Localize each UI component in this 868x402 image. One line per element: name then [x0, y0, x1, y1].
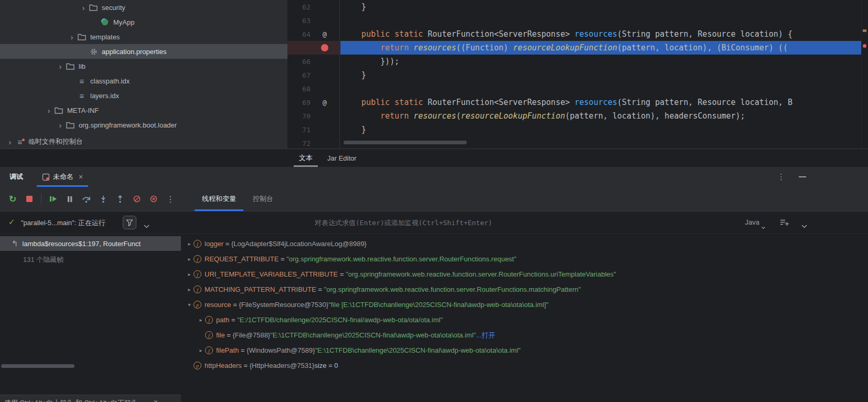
close-icon[interactable]: × — [154, 398, 158, 402]
tab-threads-variables[interactable]: 线程和变量 — [194, 187, 244, 211]
tree-item[interactable]: MyApp — [0, 15, 287, 29]
chevron-right-icon[interactable]: ▸ — [185, 241, 194, 247]
gutter-row[interactable]: 64@ — [287, 27, 339, 41]
code-line-65[interactable]: return resources((Function) resourceLook… — [340, 41, 861, 55]
more-options-icon[interactable]: ⋮ — [777, 167, 785, 187]
stripe-warning-mark[interactable] — [863, 29, 866, 32]
tree-item[interactable]: ›security — [0, 0, 287, 15]
rerun-icon[interactable]: ↻ — [7, 194, 18, 204]
tree-item[interactable]: application.properties — [0, 44, 287, 59]
expression-input[interactable]: 对表达式求值(Enter)或添加监视(Ctrl+Shift+Enter) — [315, 218, 492, 228]
filter-button[interactable] — [123, 216, 136, 229]
variable-row-filePath[interactable]: ▸ffilePath = {WindowsPath@7589} "E:\1CTF… — [181, 343, 868, 358]
tree-item[interactable]: ≡layers.idx — [0, 88, 287, 103]
variable-row-REQUEST_ATTRIBUTE[interactable]: ▸fREQUEST_ATTRIBUTE = "org.springframewo… — [181, 251, 868, 267]
tab-label: 文本 — [299, 153, 313, 163]
tab-console[interactable]: 控制台 — [244, 187, 282, 211]
gutter-row[interactable]: 63 — [287, 14, 339, 27]
variable-row-file[interactable]: ffile = {File@7588} "E:\1CTFDB\chanlleng… — [181, 327, 868, 343]
variable-row-URI_TEMPLATE_VARIABLES_ATTRIBUTE[interactable]: ▸fURI_TEMPLATE_VARIABLES_ATTRIBUTE = "or… — [181, 267, 868, 282]
mute-breakpoints-icon[interactable] — [132, 194, 142, 204]
variable-row-MATCHING_PATTERN_ATTRIBUTE[interactable]: ▸fMATCHING_PATTERN_ATTRIBUTE = "org.spri… — [181, 282, 868, 297]
frames-horizontal-scrollbar[interactable] — [1, 364, 74, 368]
code-line-66[interactable]: })); — [340, 55, 861, 68]
chevron-right-icon[interactable]: ▸ — [185, 271, 194, 277]
chevron-right-icon[interactable]: › — [67, 33, 77, 41]
code-line-67[interactable]: } — [340, 68, 861, 82]
horizontal-scrollbar[interactable] — [344, 141, 467, 144]
gutter-row[interactable]: 67 — [287, 68, 339, 82]
folder-icon — [65, 62, 76, 70]
step-over-icon[interactable] — [81, 194, 92, 204]
variable-row-logger[interactable]: ▸flogger = {LogAdapter$Slf4jLocationAwar… — [181, 236, 868, 251]
chevron-down-icon[interactable] — [144, 221, 149, 230]
language-label[interactable]: Java — [745, 218, 759, 226]
code-line-68[interactable] — [340, 82, 861, 96]
variable-row-resource[interactable]: ▾presource = {FileSystemResource@7530} "… — [181, 297, 868, 312]
code-line-71[interactable]: } — [340, 123, 861, 136]
resume-icon[interactable] — [48, 194, 58, 204]
chevron-right-icon[interactable]: ▸ — [185, 256, 194, 262]
tree-item[interactable]: ›lib — [0, 59, 287, 73]
field-icon: f — [205, 331, 213, 339]
more-options-icon[interactable]: ⋮ — [165, 194, 176, 204]
code-line-62[interactable]: } — [340, 0, 861, 14]
error-stripe[interactable] — [861, 0, 868, 149]
gutter-row[interactable]: 72 — [287, 136, 339, 149]
code-line-70[interactable]: return resources(resourceLookupFunction(… — [340, 109, 861, 123]
gutter-row[interactable]: 62 — [287, 0, 339, 14]
tree-item[interactable]: ›META-INF — [0, 103, 287, 118]
remove-breakpoints-icon[interactable] — [148, 194, 159, 204]
stop-icon[interactable] — [24, 194, 35, 204]
pause-icon[interactable] — [65, 194, 75, 204]
close-icon[interactable]: × — [79, 173, 83, 181]
minimize-icon[interactable] — [799, 176, 806, 177]
variable-row-path[interactable]: ▸fpath = "E:/1CTFDB/chanllenge/2025CISCN… — [181, 312, 868, 327]
step-into-icon[interactable] — [98, 194, 109, 204]
variable-row-httpHeaders[interactable]: phttpHeaders = {HttpHeaders@7531} size =… — [181, 358, 868, 373]
chevron-right-icon[interactable]: ▸ — [197, 317, 205, 323]
chevron-right-icon[interactable]: › — [56, 121, 65, 129]
chevron-right-icon[interactable]: › — [79, 4, 88, 12]
tree-item[interactable]: ›templates — [0, 29, 287, 44]
variable-value: "E:/1CTFDB/chanllenge/2025CISCN-final/aw… — [237, 316, 443, 324]
chevron-down-icon[interactable] — [801, 221, 807, 230]
code-line-69[interactable]: public static RouterFunction<ServerRespo… — [340, 96, 861, 109]
tab-jar-editor[interactable]: Jar Editor — [320, 149, 364, 167]
tab-text-view[interactable]: 文本 — [292, 149, 320, 167]
breakpoint-gutter[interactable] — [310, 44, 339, 51]
add-watch-icon[interactable] — [780, 219, 789, 229]
stripe-breakpoint-mark[interactable] — [863, 44, 866, 48]
evaluation-bar: ✓ "parallel-5...main": 正在运行 对表达式求值(Enter… — [0, 211, 868, 234]
language-caret-icon[interactable] — [762, 222, 765, 231]
equals-sign: = — [223, 240, 231, 248]
gutter-row[interactable]: 66 — [287, 55, 339, 68]
step-out-icon[interactable] — [115, 194, 125, 204]
chevron-right-icon[interactable]: › — [44, 107, 53, 114]
editor-code-area[interactable]: } public static RouterFunction<ServerRes… — [340, 0, 861, 149]
chevron-right-icon[interactable]: › — [5, 138, 15, 146]
code-line-64[interactable]: public static RouterFunction<ServerRespo… — [340, 27, 861, 41]
list-icon: ≡ — [77, 91, 87, 100]
tree-item[interactable]: ≡classpath.idx — [0, 73, 287, 88]
gutter-row[interactable]: 69@ — [287, 96, 339, 109]
tree-item[interactable]: ›≡临时文件和控制台 — [0, 134, 287, 149]
frame-row-selected[interactable]: ↰ lambda$resources$1:197, RouterFunct — [0, 236, 181, 251]
chevron-right-icon[interactable]: ▸ — [197, 347, 205, 353]
code-line-63[interactable] — [340, 14, 861, 27]
gutter-row[interactable] — [287, 41, 339, 55]
chevron-down-icon[interactable]: ▾ — [185, 302, 194, 308]
gutter-row[interactable]: 71 — [287, 123, 339, 136]
chevron-right-icon[interactable]: ▸ — [185, 287, 194, 292]
tree-item[interactable]: ›org.springframework.boot.loader — [0, 118, 287, 132]
code-editor[interactable]: 626364@66676869@707172 } public static R… — [287, 0, 868, 149]
thread-selector[interactable]: "parallel-5...main": 正在运行 — [21, 218, 105, 228]
gutter-row[interactable]: 70 — [287, 109, 339, 123]
gutter-row[interactable]: 68 — [287, 82, 339, 96]
breakpoint-icon[interactable] — [321, 44, 328, 51]
debug-session-tab[interactable]: 未命名 × — [37, 167, 88, 187]
annotation-icon: @ — [310, 30, 339, 38]
editor-gutter[interactable]: 626364@66676869@707172 — [287, 0, 340, 149]
chevron-right-icon[interactable]: › — [56, 62, 65, 70]
open-link[interactable]: ...打开 — [476, 331, 495, 340]
